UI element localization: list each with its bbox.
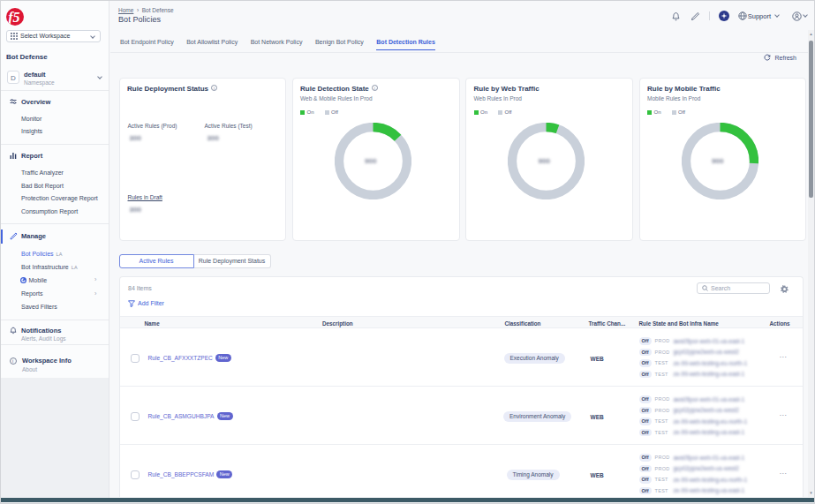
svg-text:f5: f5 [8, 10, 19, 26]
svg-text:i: i [12, 358, 13, 364]
